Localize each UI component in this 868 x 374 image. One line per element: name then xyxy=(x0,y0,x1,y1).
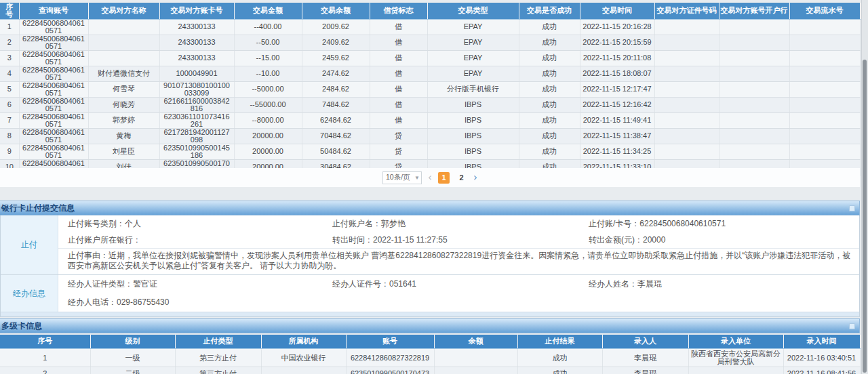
table-cell: 243300133 xyxy=(159,19,234,35)
table-cell: 70484.62 xyxy=(302,128,370,144)
table-row[interactable]: 16228450068040610571243300133--400.00200… xyxy=(0,19,860,35)
table-cell: 1 xyxy=(0,19,19,35)
field-transfer-time: 转出时间：2022-11-15 11:27:55 xyxy=(332,234,589,246)
collapse-icon[interactable] xyxy=(849,205,855,211)
table-cell: 2022-11-15 20:11:08 xyxy=(580,50,654,66)
table-cell xyxy=(719,19,789,35)
table-row[interactable]: 56228450068040610571何雪琴90107130801001000… xyxy=(0,81,860,97)
table-cell: 1000049901 xyxy=(159,66,234,81)
table-cell: 2022-11-15 18:08:07 xyxy=(580,66,654,81)
column-header: 交易余额 xyxy=(302,3,370,19)
field-operator-cert-no: 经办人证件号：051641 xyxy=(332,278,589,290)
vertical-scrollbar-track[interactable] xyxy=(861,0,868,374)
table-cell: 2459.62 xyxy=(302,50,370,66)
table-cell: 借 xyxy=(370,50,427,66)
table-cell xyxy=(719,97,789,112)
table-cell: 借 xyxy=(370,81,427,97)
table-cell: 50484.62 xyxy=(302,144,370,159)
table-cell: 第三方止付 xyxy=(175,348,261,367)
table-row[interactable]: 86228450068040610571黄梅621728194200112709… xyxy=(0,128,860,144)
table-cell: 成功 xyxy=(519,112,580,128)
field-reason: 止付事由：近期，我单位在接报刘妮被骗警情中，发现涉案人员利用贵单位相关账户 曹鸿… xyxy=(58,248,859,274)
table-cell: IBPS xyxy=(427,144,519,159)
table-cell xyxy=(654,97,719,112)
table-cell xyxy=(789,50,860,66)
table-row[interactable]: 36228450068040610571243300133--15.002459… xyxy=(0,50,860,66)
table-row[interactable]: 96228450068040610571刘星臣62350109905001451… xyxy=(0,144,860,159)
table-cell: 20000.00 xyxy=(234,128,302,144)
table-cell: 9 xyxy=(0,144,19,159)
table-cell: 借 xyxy=(370,97,427,112)
stop-payment-section-header: 银行卡止付提交信息 xyxy=(0,201,860,215)
table-cell: 黄梅 xyxy=(88,128,159,144)
table-row[interactable]: 26228450068040610571243300133--50.002409… xyxy=(0,35,860,50)
column-header: 账号 xyxy=(346,335,434,348)
multi-card-table: 序号级别止付类型所属机构账号余额止付结果录入人录入单位录入时间 1一级第三方止付… xyxy=(0,335,861,374)
table-cell: 陕西省西安市公安局高新分局刑警大队 xyxy=(688,348,783,367)
table-cell: 成功 xyxy=(519,97,580,112)
table-cell: 成功 xyxy=(519,19,580,35)
table-cell: 成功 xyxy=(519,81,580,97)
stop-payment-section-title: 银行卡止付提交信息 xyxy=(1,203,75,214)
table-cell xyxy=(719,35,789,50)
table-cell: 6217281942001127098 xyxy=(159,128,234,144)
table-cell: 何晓芳 xyxy=(88,97,159,112)
table-cell: 2022-11-16 08:41:56 xyxy=(783,367,860,374)
table-cell xyxy=(719,128,789,144)
table-cell: 6230361101073416261 xyxy=(159,112,234,128)
table-cell: 20000.00 xyxy=(234,144,302,159)
table-cell xyxy=(654,66,719,81)
column-header: 查询账号 xyxy=(19,3,88,19)
table-cell: 借 xyxy=(370,19,427,35)
table-cell: 成功 xyxy=(517,348,602,367)
table-cell xyxy=(434,367,517,374)
table-cell: 2022-11-16 03:40:51 xyxy=(783,348,860,367)
table-row[interactable]: 46228450068040610571财付通微信支付1000049901--1… xyxy=(0,66,860,81)
table-cell: 7484.62 xyxy=(302,97,370,112)
column-header: 交易对方账卡号 xyxy=(159,3,234,19)
table-cell xyxy=(719,81,789,97)
table-cell xyxy=(434,348,517,367)
table-cell: 2474.62 xyxy=(302,66,370,81)
table-cell xyxy=(789,144,860,159)
table-cell: 6228450068040610571 xyxy=(19,35,88,50)
field-operator-phone: 经办人电话：029-86755430 xyxy=(68,297,332,308)
table-cell: 6235010990500170473 xyxy=(346,367,434,374)
table-cell: 成功 xyxy=(519,66,580,81)
column-header: 交易是否成功 xyxy=(519,3,580,19)
table-cell xyxy=(88,35,159,50)
multi-card-section: 多级卡信息 序号级别止付类型所属机构账号余额止付结果录入人录入单位录入时间 1一… xyxy=(0,318,860,374)
table-cell xyxy=(789,97,860,112)
table-row[interactable]: 2二级第三方止付6235010990500170473成功李晨琨2022-11-… xyxy=(0,367,860,374)
table-cell: 6228450068040610571 xyxy=(19,144,88,159)
collapse-icon[interactable] xyxy=(849,323,855,329)
table-cell xyxy=(261,367,346,374)
page-button-1[interactable]: 1 xyxy=(438,172,450,184)
table-cell: 243300133 xyxy=(159,35,234,50)
page-button-2[interactable]: 2 xyxy=(456,172,467,184)
group-label-zhifu: 止付 xyxy=(1,215,58,274)
table-cell: 3 xyxy=(0,50,19,66)
table-row[interactable]: 66228450068040610571何晓芳62166116000038428… xyxy=(0,97,860,112)
prev-page-icon[interactable]: ‹ xyxy=(428,173,432,183)
field-card-no: 止付账/卡号：6228450068040610571 xyxy=(589,218,859,230)
table-cell: 李晨琨 xyxy=(602,367,688,374)
page-size-select[interactable]: 10条/页 ▼ xyxy=(382,171,422,184)
table-cell: 6228450068040610571 xyxy=(19,50,88,66)
table-cell xyxy=(654,35,719,50)
column-header: 交易对方名称 xyxy=(88,3,159,19)
multi-card-header-row: 序号级别止付类型所属机构账号余额止付结果录入人录入单位录入时间 xyxy=(0,335,860,348)
next-page-icon[interactable]: › xyxy=(473,173,477,183)
table-cell: 6228450068040610571 xyxy=(19,97,88,112)
operator-group: 经办信息 经办人证件类型：警官证 经办人证件号：051641 经办人姓名：李晨琨… xyxy=(1,274,859,312)
table-cell: 2 xyxy=(0,367,90,374)
table-cell: 7 xyxy=(0,112,19,128)
table-row[interactable]: 1一级第三方止付中国农业银行6228412860827322819成功李晨琨陕西… xyxy=(0,348,860,367)
table-row[interactable]: 76228450068040610571郭梦婷62303611010734162… xyxy=(0,112,860,128)
table-cell: 2022-11-15 12:16:42 xyxy=(580,97,654,112)
table-cell: 贷 xyxy=(370,144,427,159)
table-cell xyxy=(719,50,789,66)
table-cell: 成功 xyxy=(519,128,580,144)
vertical-scrollbar-thumb[interactable] xyxy=(863,60,867,373)
table-cell: 6 xyxy=(0,97,19,112)
